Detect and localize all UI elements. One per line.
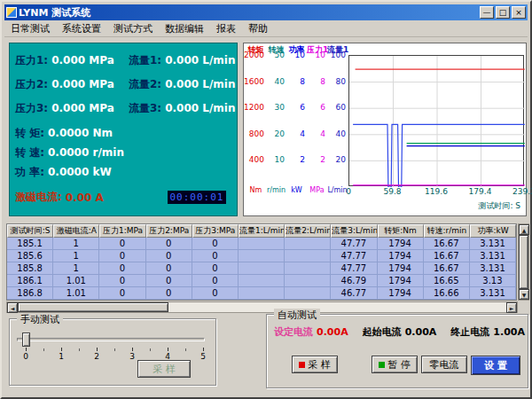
axis-tick-label: 10 [275, 155, 285, 164]
reading-label: 压力3: [15, 101, 48, 116]
table-cell: 16.67 [424, 238, 470, 249]
setup-label: 设 置 [484, 359, 507, 372]
table-cell: 0 [192, 262, 239, 274]
menu-item-4[interactable]: 报表 [210, 21, 242, 36]
slider-tick [26, 348, 27, 351]
table-cell: 1 [53, 250, 99, 262]
menu-item-5[interactable]: 帮助 [242, 21, 274, 36]
column-header-10[interactable]: 功率:kW [470, 224, 516, 238]
axis-tick-label: 10 [316, 51, 325, 59]
zero-current-button[interactable]: 零电流 [421, 356, 467, 373]
table-row-3[interactable]: 186.11.0100046.79179416.653.13 [7, 275, 516, 287]
maximize-icon[interactable]: □ [496, 6, 510, 19]
reading-pair-0: 压力1:0.000 MPa [15, 51, 129, 70]
table-cell: 3.13 [470, 275, 516, 286]
minimize-icon[interactable]: — [480, 6, 494, 19]
column-header-3[interactable]: 压力2:MPa [146, 224, 192, 238]
auto-field-0: 设定电流0.00A [274, 325, 348, 339]
menu-item-0[interactable]: 日常测试 [4, 21, 56, 36]
axis-tick-label: 80 [336, 77, 346, 86]
slider-tick-label: 2 [94, 352, 99, 361]
table-cell: 0 [146, 262, 192, 274]
axis-tick-label: 100 [331, 51, 346, 59]
menu-item-3[interactable]: 数据编辑 [159, 21, 210, 36]
axis-col-3: 压力1108642MPa [307, 43, 327, 215]
excitation-label: 激磁电流: [15, 190, 62, 205]
table-cell: 47.77 [331, 250, 377, 262]
column-header-7[interactable]: 流量3:L/min [331, 224, 377, 238]
table-vertical-scrollbar[interactable]: ▲ ▼ [518, 223, 529, 301]
slider-tick-label: 0 [23, 352, 28, 361]
column-header-0[interactable]: 测试时间:S [7, 224, 53, 238]
scroll-down-icon[interactable]: ▼ [519, 289, 529, 300]
auto-field-label: 起始电流 [363, 325, 402, 339]
axis-tick-label: 6 [300, 103, 305, 112]
column-header-2[interactable]: 压力1:MPa [99, 224, 145, 238]
table-cell: 47.77 [331, 238, 377, 249]
pause-button[interactable]: 暂 停 [372, 356, 418, 373]
table-cell: 186.1 [7, 275, 53, 286]
reading-single-2: 功 率:0.0000 kW [15, 162, 231, 182]
axis-unit: MPa [307, 186, 327, 194]
reading-value: 0.0000 Nm [48, 127, 113, 139]
menu-item-1[interactable]: 系统设置 [56, 21, 107, 36]
table-cell [285, 250, 331, 262]
table-cell: 185.8 [7, 262, 53, 274]
table-row-1[interactable]: 185.6100047.77179416.673.131 [7, 250, 516, 262]
horizontal-scroll-track[interactable] [168, 302, 506, 312]
table-cell: 0 [99, 250, 145, 262]
reading-label: 压力2: [15, 77, 48, 92]
column-header-8[interactable]: 转矩:Nm [378, 224, 424, 238]
auto-sample-button[interactable]: 采 样 [292, 356, 338, 373]
auto-field-value: 0.00A [317, 326, 348, 338]
table-cell: 3.131 [470, 262, 516, 274]
table-cell: 0 [192, 287, 239, 299]
axis-tick-label: 4 [300, 129, 305, 138]
excitation-value: 0.00 A [66, 192, 104, 204]
table-cell: 1794 [378, 250, 424, 262]
table-header: 测试时间:S激磁电流:A压力1:MPa压力2:MPa压力3:MPa流量1:L/m… [7, 224, 516, 238]
close-icon[interactable]: × [512, 6, 526, 19]
column-header-4[interactable]: 压力3:MPa [192, 224, 239, 238]
column-header-1[interactable]: 激磁电流:A [53, 224, 99, 238]
reading-label: 流量2: [129, 77, 161, 92]
x-axis-title: 测试时间: S [478, 200, 520, 212]
table-cell: 0 [146, 275, 192, 286]
axis-tick-label: 2000 [244, 51, 264, 59]
table-row-4[interactable]: 186.81.0100046.77179416.663.131 [7, 287, 516, 300]
column-header-5[interactable]: 流量1:L/min [239, 224, 285, 238]
table-cell: 47.77 [331, 262, 377, 274]
table-cell [239, 287, 285, 299]
horizontal-scroll-thumb[interactable] [18, 302, 168, 312]
auto-sample-label: 采 样 [308, 358, 331, 372]
slider-track[interactable] [17, 338, 205, 341]
setup-button[interactable]: 设 置 [471, 356, 520, 375]
auto-field-1: 起始电流0.00A [363, 325, 437, 339]
reading-value: 0.000 MPa [51, 78, 114, 90]
menu-item-2[interactable]: 测试方式 [107, 21, 159, 36]
title-bar[interactable]: LYNM 测试系统 — □ × [4, 4, 528, 20]
axis-tick-label: 2 [300, 155, 305, 164]
column-header-9[interactable]: 转速:r/min [424, 224, 470, 238]
slider-minor-tick [150, 348, 151, 351]
scroll-up-icon[interactable]: ▲ [519, 224, 529, 235]
table-row-2[interactable]: 185.8100047.77179416.673.131 [7, 262, 516, 275]
axis-tick-label: 6 [320, 103, 325, 112]
axis-tick-label: 4 [320, 129, 325, 138]
slider-thumb[interactable] [22, 332, 30, 347]
slider-tick [61, 348, 62, 351]
table-cell: 185.1 [7, 238, 53, 249]
table-cell: 0 [99, 262, 145, 274]
elapsed-timer: 00:00:01 [168, 191, 226, 204]
scroll-right-icon[interactable]: ► [506, 302, 517, 313]
reading-pair-2: 压力2:0.000 MPa [15, 74, 129, 94]
column-header-6[interactable]: 流量2:L/min [285, 224, 331, 238]
manual-sample-button[interactable]: 采 样 [137, 360, 191, 378]
scroll-left-icon[interactable]: ◄ [7, 302, 18, 313]
table-row-0[interactable]: 185.1100047.77179416.673.131 [7, 238, 516, 250]
vertical-scroll-thumb[interactable] [519, 235, 528, 289]
auto-field-value: 0.00A [405, 326, 437, 338]
auto-field-value: 1.00A [493, 326, 525, 338]
table-cell: 1.01 [53, 275, 99, 286]
table-horizontal-scrollbar[interactable]: ◄ ► [6, 301, 518, 313]
